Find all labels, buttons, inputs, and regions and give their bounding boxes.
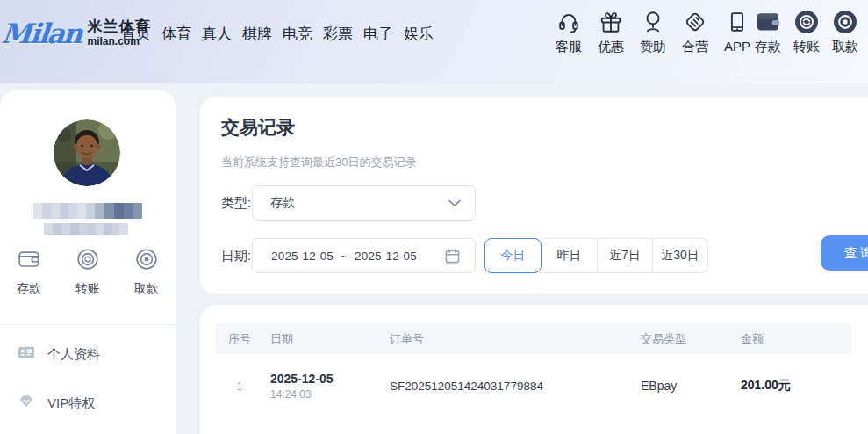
date-end: 2025-12-05 [355,250,417,263]
header-withdraw-button[interactable]: 取款 [829,6,861,55]
nav-live[interactable]: 真人 [202,24,232,44]
date-separator: ~ [341,250,348,263]
sidebar-withdraw-button[interactable]: 取款 [121,246,172,297]
phone-icon [724,6,750,38]
header-app-button[interactable]: APP [721,6,753,55]
date-range-value: 2025-12-05 ~ 2025-12-05 [253,250,444,263]
sponsor-icon [640,6,666,38]
table-header-row: 序号 日期 订单号 交易类型 金额 [216,323,851,354]
wallet-icon [16,246,42,276]
date-start: 2025-12-05 [271,250,334,263]
date-filter-label: 日期: [221,238,256,273]
brand-script: Milan [0,18,82,49]
transaction-table-card: 序号 日期 订单号 交易类型 金额 1 2025-12-05 14:24:03 … [200,305,868,434]
deposit-wallet-icon [754,6,782,38]
withdraw-icon [133,246,160,276]
sidebar-deposit-button[interactable]: 存款 [4,246,54,297]
row-date-value: 2025-12-05 [270,372,383,386]
search-button[interactable]: 查询 [821,235,868,271]
sidebar-shortcuts: 存款 转账 取款 [0,246,176,297]
chevron-down-icon [448,199,461,207]
row-index: 1 [216,380,263,393]
col-header-order: 订单号 [383,331,634,347]
main-nav: 首页 体育 真人 棋牌 电竞 彩票 电子 娱乐 [121,24,434,44]
page-subtitle: 当前系统支持查询最近30日的交易记录 [221,155,416,170]
range-yesterday-button[interactable]: 昨日 [542,238,598,273]
header-partner-button[interactable]: 合营 [679,6,711,55]
range-today-button[interactable]: 今日 [484,238,542,273]
nav-sports[interactable]: 体育 [161,24,191,44]
sidebar-item-vip[interactable]: VIP特权 [17,392,95,415]
range-30days-button[interactable]: 近30日 [653,238,708,273]
header-promo-button[interactable]: 优惠 [595,6,627,55]
nav-home[interactable]: 首页 [121,24,151,44]
transaction-table: 序号 日期 订单号 交易类型 金额 1 2025-12-05 14:24:03 … [216,323,851,417]
type-select[interactable]: 存款 [252,185,476,221]
header-sponsor-button[interactable]: 赞助 [637,6,669,55]
type-filter-label: 类型: [221,185,256,221]
blurred-username-line1 [33,203,142,219]
table-row: 1 2025-12-05 14:24:03 SF2025120514240317… [216,354,851,417]
calendar-icon [444,248,461,264]
date-range-input[interactable]: 2025-12-05 ~ 2025-12-05 [252,238,476,273]
nav-esports[interactable]: 电竞 [283,24,312,44]
header-service-button[interactable]: 客服 [553,6,585,55]
row-type: EBpay [634,379,734,393]
range-7days-button[interactable]: 近7日 [598,238,653,273]
header-quick-links: 客服 优惠 [553,6,753,55]
row-order-no: SF202512051424031779884 [383,380,634,393]
sidebar-item-profile[interactable]: 个人资料 [17,343,100,365]
blurred-username-line2 [44,223,128,235]
app-root: Milan 米兰体育 milan.com 首页 体育 真人 棋牌 电竞 彩票 电… [0,0,868,434]
quick-range-group: 今日 昨日 近7日 近30日 [485,238,708,273]
headset-icon [556,6,582,38]
gift-icon [598,6,624,38]
sidebar-transfer-button[interactable]: 转账 [62,246,113,297]
user-avatar[interactable] [54,119,120,186]
nav-cards[interactable]: 棋牌 [242,24,272,44]
partner-icon [682,6,708,38]
profile-sidebar: 存款 转账 取款 [0,90,176,434]
col-header-date: 日期 [263,331,383,347]
transaction-filter-card: 交易记录 当前系统支持查询最近30日的交易记录 类型: 存款 日期: 2025-… [200,97,868,294]
row-amount: 201.00元 [734,378,851,394]
nav-entertainment[interactable]: 娱乐 [404,24,434,44]
vip-gem-icon [17,392,36,415]
transfer-icon [75,246,101,276]
nav-lottery[interactable]: 彩票 [323,24,353,44]
col-header-amount: 金额 [734,331,851,347]
col-header-index: 序号 [216,331,263,347]
withdraw-circle-icon [831,6,859,38]
nav-slots[interactable]: 电子 [363,24,393,44]
header-transfer-button[interactable]: 转账 [791,6,822,55]
type-select-value: 存款 [253,195,448,211]
page-title: 交易记录 [221,115,295,140]
sidebar-divider [0,324,176,325]
header-deposit-button[interactable]: 存款 [752,6,784,55]
transfer-circle-icon [793,6,821,38]
row-time-value: 14:24:03 [270,388,383,401]
header-wallet-links: 存款 转账 [752,6,861,55]
top-header: Milan 米兰体育 milan.com 首页 体育 真人 棋牌 电竞 彩票 电… [0,0,868,83]
id-card-icon [17,343,36,365]
row-date: 2025-12-05 14:24:03 [263,372,383,401]
col-header-type: 交易类型 [634,331,734,347]
